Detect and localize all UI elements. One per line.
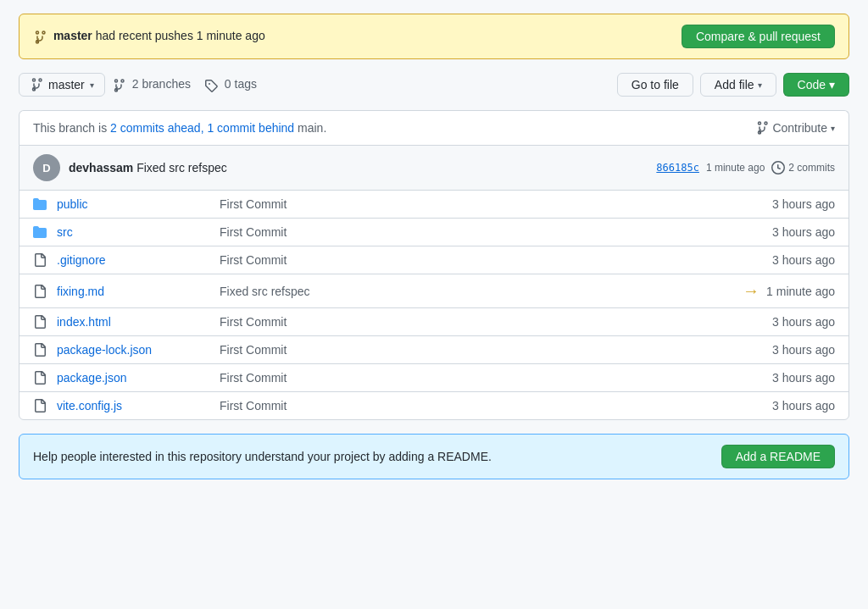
readme-text: Help people interested in this repositor… [33, 450, 492, 463]
code-chevron-icon: ▾ [829, 78, 835, 91]
toolbar-right: Go to file Add file ▾ Code ▾ [617, 73, 849, 97]
compare-pull-request-button[interactable]: Compare & pull request [682, 25, 835, 48]
contribute-chevron-icon: ▾ [831, 124, 835, 133]
repo-content: This branch is 2 commits ahead, 1 commit… [19, 110, 849, 420]
branches-count: 2 [132, 77, 139, 91]
file-commit-message: First Commit [220, 399, 740, 412]
file-icon [33, 315, 47, 329]
banner-branch: master [53, 29, 92, 42]
commit-time: 1 minute ago [706, 162, 765, 174]
add-file-chevron-icon: ▾ [758, 80, 762, 90]
commit-hash[interactable]: 866185c [656, 162, 699, 174]
code-label: Code [798, 78, 826, 91]
file-icon [33, 253, 47, 267]
file-icon [33, 399, 47, 412]
file-name[interactable]: src [57, 225, 209, 239]
commit-info: devhassam Fixed src refspec [69, 161, 648, 174]
file-time: 3 hours ago [750, 253, 835, 267]
branch-selector-icon [30, 78, 43, 91]
tags-link[interactable]: 0 tags [204, 77, 257, 91]
branches-label: branches [142, 77, 191, 91]
readme-banner: Help people interested in this repositor… [19, 434, 849, 479]
branches-link[interactable]: 2 branches [112, 77, 191, 91]
table-row: index.htmlFirst Commit3 hours ago [19, 308, 849, 336]
branch-status-text: This branch is 2 commits ahead, 1 commit… [33, 121, 326, 135]
file-commit-message: First Commit [220, 371, 740, 385]
main-container: master had recent pushes 1 minute ago Co… [19, 14, 849, 479]
commit-message: Fixed src refspec [136, 161, 227, 174]
commits-count: 2 commits [788, 162, 835, 174]
file-commit-message: First Commit [220, 225, 740, 239]
table-row: vite.config.jsFirst Commit3 hours ago [19, 392, 849, 419]
file-commit-message: First Commit [220, 197, 740, 211]
go-to-file-button[interactable]: Go to file [617, 73, 693, 97]
file-name[interactable]: index.html [57, 315, 209, 329]
commit-meta: 866185c 1 minute ago 2 commits [656, 161, 835, 174]
ahead-link[interactable]: 2 commits ahead, [110, 121, 204, 135]
file-name[interactable]: .gitignore [57, 253, 209, 267]
file-time: →1 minute ago [743, 281, 835, 301]
toolbar: master ▾ 2 branches 0 tags Go to file [19, 73, 849, 97]
file-commit-message: First Commit [220, 315, 740, 329]
table-row: fixing.mdFixed src refspec→1 minute ago [19, 274, 849, 308]
file-time: 3 hours ago [750, 371, 835, 385]
file-name[interactable]: package-lock.json [57, 343, 209, 357]
table-row: package-lock.jsonFirst Commit3 hours ago [19, 336, 849, 364]
folder-icon [33, 225, 47, 239]
branch-selector[interactable]: master ▾ [19, 73, 105, 97]
commit-username[interactable]: devhassam [69, 161, 133, 174]
branches-icon [112, 79, 125, 92]
file-icon [33, 343, 47, 357]
file-name[interactable]: public [57, 197, 209, 211]
table-row: package.jsonFirst Commit3 hours ago [19, 364, 849, 392]
file-name[interactable]: package.json [57, 371, 209, 385]
branch-name: master [48, 78, 85, 91]
table-row: srcFirst Commit3 hours ago [19, 219, 849, 246]
file-icon [33, 371, 47, 385]
add-file-button[interactable]: Add file ▾ [700, 73, 776, 97]
file-time: 3 hours ago [750, 343, 835, 357]
table-row: publicFirst Commit3 hours ago [19, 191, 849, 219]
file-name[interactable]: vite.config.js [57, 399, 209, 412]
file-name[interactable]: fixing.md [57, 285, 209, 298]
branch-chevron-icon: ▾ [90, 80, 94, 90]
info-bar: This branch is 2 commits ahead, 1 commit… [19, 110, 849, 145]
tags-label: tags [235, 77, 257, 91]
commit-row: D devhassam Fixed src refspec 866185c 1 … [19, 146, 849, 191]
tags-count: 0 [225, 77, 231, 91]
commits-link[interactable]: 2 commits [771, 161, 835, 174]
file-time: 3 hours ago [750, 315, 835, 329]
file-time: 3 hours ago [750, 225, 835, 239]
file-commit-message: First Commit [220, 343, 740, 357]
contribute-label: Contribute [772, 121, 827, 135]
add-readme-button[interactable]: Add a README [721, 445, 835, 468]
banner-text: master had recent pushes 1 minute ago [33, 29, 265, 43]
file-time: 3 hours ago [750, 197, 835, 211]
tag-icon [204, 79, 218, 92]
recent-push-arrow-icon: → [743, 281, 760, 301]
add-file-label: Add file [715, 78, 754, 91]
file-commit-message: First Commit [220, 253, 740, 267]
file-table: D devhassam Fixed src refspec 866185c 1 … [19, 145, 849, 420]
file-commit-message: Fixed src refspec [220, 285, 732, 298]
file-time: 3 hours ago [750, 399, 835, 412]
branch-icon [33, 30, 47, 44]
file-icon [33, 285, 47, 298]
push-banner: master had recent pushes 1 minute ago Co… [19, 14, 849, 59]
contribute-icon [755, 121, 769, 135]
folder-icon [33, 197, 47, 211]
code-button[interactable]: Code ▾ [783, 73, 849, 97]
table-row: .gitignoreFirst Commit3 hours ago [19, 246, 849, 274]
contribute-button[interactable]: Contribute ▾ [755, 121, 835, 135]
behind-link[interactable]: 1 commit behind [207, 121, 294, 135]
clock-icon [771, 161, 785, 174]
branch-meta: 2 branches 0 tags [112, 77, 257, 91]
file-rows: publicFirst Commit3 hours agosrcFirst Co… [19, 191, 849, 419]
avatar: D [33, 154, 60, 181]
